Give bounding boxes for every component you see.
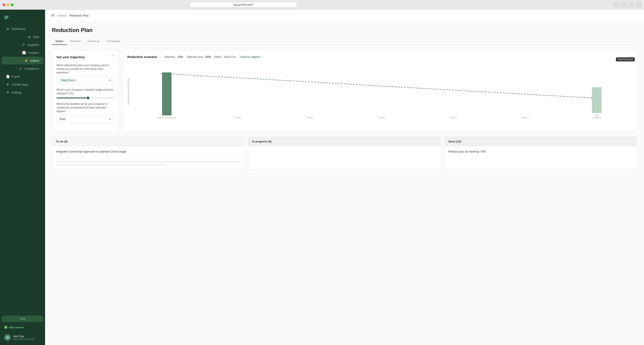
help-button[interactable]: Help [2, 315, 43, 322]
slider-fill [56, 98, 88, 98]
sidebar-item-export[interactable]: 📄 Export [2, 73, 43, 80]
svg-rect-2 [51, 16, 54, 16]
loading-bar-1 [56, 161, 241, 163]
content-grid: Set your trajectory ⌃ Which indicator(s)… [52, 50, 637, 131]
user-info: John Doe support@greenly.earth [13, 335, 34, 340]
sidebar-item-label: Data [33, 35, 39, 39]
indicator-label: Which indicator(s) does your company wan… [56, 64, 114, 74]
tabs: Select Prioritize Follow-up Completed [52, 38, 637, 45]
sidebar-item-suppliers[interactable]: › ⟳ Suppliers [2, 41, 43, 49]
action-column-in-progress: In progress (0) [248, 137, 441, 169]
tab-prioritize[interactable]: Prioritize [66, 38, 84, 45]
svg-rect-0 [51, 14, 54, 15]
page-content: Reduction Plan Select Prioritize Follow-… [45, 22, 644, 345]
browser-action-1[interactable] [614, 2, 620, 8]
panel-collapse-button[interactable]: ⌃ [111, 55, 114, 59]
slider-thumb[interactable] [86, 96, 90, 100]
sidebar-item-compliance[interactable]: › ☑ Compliance [2, 65, 43, 72]
top-bar: Actions / Reduction Plan [45, 10, 644, 22]
chart-col-reference: Reference Emissions [131, 63, 203, 119]
y-axis-label: Reduction potential (tCO₂e) [127, 78, 130, 104]
page-title: Reduction Plan [52, 27, 637, 34]
chart-objective-year: Objective year : 2030 [186, 56, 211, 59]
app-container: gr ⊞ Dashboard › ◈ Data › ⟳ Suppliers › … [0, 10, 644, 345]
tag-remove-button[interactable]: × [74, 79, 76, 82]
breadcrumb-current: Reduction Plan [70, 14, 88, 17]
reduction-label: What is your company's reduction target … [56, 88, 114, 95]
sidebar-bottom: Help + ESG connect JD John Doe support@g… [0, 313, 45, 345]
sidebar-item-climate-apps[interactable]: 🖥 Climate Apps [2, 81, 43, 88]
panel-title: Set your trajectory [56, 55, 85, 59]
deadline-label: What is the deadline set by your company… [56, 102, 114, 113]
done-column-header: Done (12) [444, 137, 637, 146]
esg-connect-banner[interactable]: + ESG connect [2, 324, 43, 330]
back-button[interactable]: ← [18, 3, 24, 7]
climate-apps-icon: 🖥 [6, 83, 10, 86]
browser-actions [614, 2, 642, 8]
browser-action-3[interactable] [628, 2, 634, 8]
chart-metric: Metric : Total CO₂e [214, 56, 236, 59]
chart-panel: Reduction scenario Objective : -33% Obje… [123, 50, 637, 131]
browser-action-2[interactable] [621, 2, 627, 8]
browser-action-4[interactable] [636, 2, 642, 8]
data-icon: ◈ [28, 35, 31, 39]
expand-icon-suppliers: › [19, 44, 20, 46]
address-bar[interactable]: app.greenly.earth [190, 2, 297, 7]
expand-icon-actions: › [22, 60, 22, 62]
trajectory-panel: Set your trajectory ⌃ Which indicator(s)… [52, 50, 118, 131]
user-email: support@greenly.earth [13, 338, 34, 340]
chart-col-action3: Action 3 [346, 63, 418, 119]
close-button[interactable] [2, 4, 5, 6]
chart-tooltip: Final Emissions [616, 57, 635, 62]
chart-col-final: FinalEmissions Final Emissions [561, 63, 632, 119]
minimize-button[interactable] [7, 4, 10, 6]
app-logo: gr [0, 10, 45, 23]
esg-icon: + [4, 326, 7, 329]
deadline-dropdown[interactable]: 2030 ▼ [56, 115, 114, 123]
avatar: JD [4, 334, 11, 341]
chart-col-action4: Action 4 [418, 63, 489, 119]
action-column-done: Done (12) Reduce your air travel by 75% [444, 137, 637, 169]
forward-button[interactable]: → [25, 3, 30, 7]
slider-track [56, 98, 114, 98]
maximize-button[interactable] [11, 4, 14, 6]
sidebar-item-settings[interactable]: ⚙ Settings [2, 89, 43, 96]
bar-label-action1: Action 1 [235, 117, 242, 119]
reduction-form-group: What is your company's reduction target … [56, 88, 114, 98]
esg-label: ESG connect [9, 326, 24, 329]
breadcrumb-separator: / [68, 14, 68, 17]
breadcrumb-parent[interactable]: Actions [57, 14, 66, 17]
sidebar-toggle-button[interactable] [50, 13, 56, 19]
user-profile[interactable]: JD John Doe support@greenly.earth [2, 332, 43, 342]
sidebar-item-label: Settings [12, 91, 22, 94]
tab-follow-up[interactable]: Follow-up [84, 38, 103, 45]
tab-select[interactable]: Select [52, 38, 66, 45]
bar-reference [162, 72, 172, 115]
expand-icon-analytics: › [20, 52, 20, 54]
in-progress-column-header: In progress (0) [248, 137, 441, 146]
sidebar-item-analytics[interactable]: › 📈 Analytics [2, 49, 43, 57]
traffic-lights [2, 4, 14, 6]
action-column-todo: To do (6) Integrate a GreenOps approach … [52, 137, 245, 169]
action-card-greenops[interactable]: Integrate a GreenOps approach to optimis… [52, 146, 244, 157]
sidebar-item-data[interactable]: › ◈ Data [2, 33, 43, 41]
sidebar-item-dashboard[interactable]: ⊞ Dashboard [2, 25, 43, 33]
action-card-air-travel[interactable]: Reduce your air travel by 75% [444, 146, 637, 157]
select-arrow-icon: ▼ [108, 79, 111, 82]
svg-rect-1 [51, 15, 54, 16]
chart-col-action5: Action 5 [489, 63, 561, 119]
browser-chrome: ← → app.greenly.earth [0, 0, 644, 10]
sidebar-item-label: Export [12, 75, 20, 78]
sidebar-item-actions[interactable]: › ⚡ Actions [2, 57, 43, 65]
chart-header: Reduction scenario Objective : -33% Obje… [127, 55, 632, 59]
bar-label-final: FinalEmissions [592, 114, 601, 119]
tab-completed[interactable]: Completed [103, 38, 124, 45]
breadcrumb: Actions / Reduction Plan [57, 14, 88, 17]
deadline-form-group: What is the deadline set by your company… [56, 102, 114, 123]
indicator-select[interactable]: Total CO₂e × ▼ [56, 77, 114, 84]
sidebar: gr ⊞ Dashboard › ◈ Data › ⟳ Suppliers › … [0, 10, 45, 345]
bar-label-action4: Action 4 [450, 117, 457, 119]
indicator-tag-text: Total CO₂e [61, 79, 74, 82]
export-icon: 📄 [6, 75, 10, 78]
chart-objective: Objective : -33% [164, 56, 183, 59]
